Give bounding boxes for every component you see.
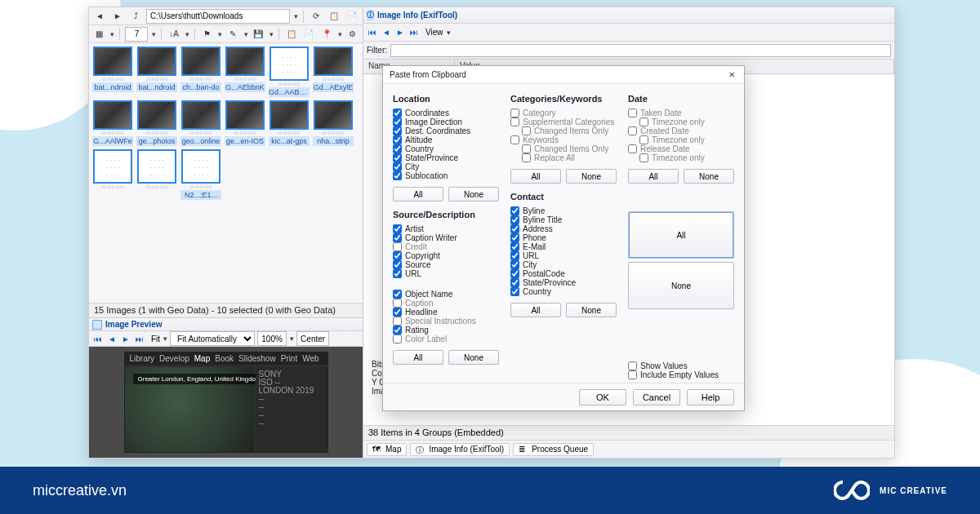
checkbox-rating[interactable]: Rating <box>393 326 499 335</box>
thumbnail[interactable]: - - - -- - - -- - - -☆☆☆☆☆ <box>136 149 177 200</box>
checkbox-input[interactable] <box>393 260 402 269</box>
cat-all-button[interactable]: All <box>510 169 561 184</box>
checkbox-byline[interactable]: Byline <box>510 206 617 215</box>
checkbox-caption-writer[interactable]: Caption Writer <box>393 233 499 242</box>
thumbnail[interactable]: ☆☆☆☆☆ch...ban-do <box>180 47 221 97</box>
checkbox-artist[interactable]: Artist <box>393 224 499 233</box>
checkbox-special-instructions[interactable]: Special Instructions <box>393 317 499 326</box>
view-menu[interactable]: View <box>425 28 443 37</box>
zoom-level[interactable]: 100% <box>257 331 287 346</box>
checkbox-input[interactable] <box>639 117 648 126</box>
path-dropdown-icon[interactable]: ▾ <box>293 12 298 20</box>
checkbox-input[interactable] <box>393 109 402 117</box>
fit-mode-select[interactable]: Fit Automatically <box>170 331 255 346</box>
settings-icon[interactable]: ⚙ <box>345 27 359 42</box>
preview-tab[interactable]: Library <box>130 354 155 363</box>
checkbox-input[interactable] <box>522 153 531 162</box>
checkbox-country[interactable]: Country <box>510 287 617 296</box>
checkbox-input[interactable] <box>639 153 648 162</box>
checkbox-input[interactable] <box>628 109 637 117</box>
checkbox-input[interactable] <box>393 317 402 326</box>
back-icon[interactable]: ◄ <box>92 9 107 24</box>
checkbox-altitude[interactable]: Altitude <box>393 135 499 144</box>
center-button[interactable]: Center <box>296 331 329 346</box>
checkbox-phone[interactable]: Phone <box>510 233 617 242</box>
thumbnail[interactable]: ☆☆☆☆☆G...AEbbnK <box>225 47 265 97</box>
checkbox-input[interactable] <box>510 269 519 278</box>
global-none-button[interactable]: None <box>628 262 734 309</box>
checkbox-coordinates[interactable]: Coordinates <box>393 109 499 117</box>
checkbox-input[interactable] <box>393 162 402 171</box>
checkbox-input[interactable] <box>510 135 519 144</box>
prev-icon[interactable]: ◄ <box>381 27 392 38</box>
last-icon[interactable]: ⏭ <box>134 333 145 344</box>
checkbox-object-name[interactable]: Object Name <box>393 290 499 299</box>
checkbox-category[interactable]: Category <box>510 109 617 117</box>
checkbox-include-empty-values[interactable]: Include Empty Values <box>628 370 734 379</box>
checkbox-input[interactable] <box>510 278 519 287</box>
checkbox-input[interactable] <box>510 206 519 215</box>
checkbox-keywords[interactable]: Keywords <box>510 135 617 144</box>
checkbox-timezone-only[interactable]: Timezone only <box>639 153 734 162</box>
checkbox-input[interactable] <box>510 109 519 117</box>
checkbox-input[interactable] <box>393 224 402 233</box>
checkbox-input[interactable] <box>510 242 519 251</box>
checkbox-credit[interactable]: Credit <box>393 242 499 251</box>
paste2-icon[interactable]: 📄 <box>302 27 316 42</box>
checkbox-input[interactable] <box>393 251 402 260</box>
first-icon[interactable]: ⏮ <box>367 27 378 38</box>
checkbox-show-values[interactable]: Show Values <box>628 361 734 370</box>
checkbox-input[interactable] <box>393 153 402 162</box>
prev-icon[interactable]: ◄ <box>106 333 118 344</box>
thumbnail[interactable]: ☆☆☆☆☆ge...photos <box>136 100 177 146</box>
checkbox-input[interactable] <box>393 171 402 180</box>
pin-icon[interactable]: 📍 <box>319 27 333 42</box>
cancel-button[interactable]: Cancel <box>633 389 680 405</box>
close-icon[interactable]: ✕ <box>726 69 737 81</box>
checkbox-input[interactable] <box>522 126 531 135</box>
path-input[interactable] <box>146 9 290 24</box>
bottom-tab-queue[interactable]: ≣Process Queue <box>513 443 594 456</box>
checkbox-changed-items-only[interactable]: Changed Items Only <box>522 144 617 153</box>
date-all-button[interactable]: All <box>628 169 679 184</box>
thumbnail[interactable]: ☆☆☆☆☆G...AAlWFe <box>92 100 133 146</box>
preview-tab[interactable]: Print <box>281 354 298 363</box>
preview-tab[interactable]: Map <box>194 354 210 363</box>
checkbox-source[interactable]: Source <box>393 260 499 269</box>
checkbox-input[interactable] <box>628 370 637 379</box>
last-icon[interactable]: ⏭ <box>408 27 420 38</box>
checkbox-input[interactable] <box>393 233 402 242</box>
checkbox-input[interactable] <box>510 215 519 224</box>
checkbox-input[interactable] <box>510 233 519 242</box>
next-icon[interactable]: ► <box>394 27 406 38</box>
checkbox-input[interactable] <box>510 251 519 260</box>
checkbox-sublocation[interactable]: Sublocation <box>393 171 499 180</box>
checkbox-postalcode[interactable]: PostalCode <box>510 269 617 278</box>
checkbox-taken-date[interactable]: Taken Date <box>628 109 734 117</box>
checkbox-country[interactable]: Country <box>393 144 499 153</box>
checkbox-image-direction[interactable]: Image Direction <box>393 117 499 126</box>
next-icon[interactable]: ► <box>120 333 131 344</box>
preview-tab[interactable]: Develop <box>159 354 189 363</box>
thumbnail[interactable]: ☆☆☆☆☆ge...en-IOS <box>225 100 265 146</box>
global-all-button[interactable]: All <box>628 211 734 259</box>
checkbox-supplemental-categories[interactable]: Supplemental Categories <box>510 117 617 126</box>
thumbnail[interactable]: ☆☆☆☆☆bat...ndroid <box>136 47 177 97</box>
checkbox-input[interactable] <box>510 287 519 296</box>
checkbox-city[interactable]: City <box>510 260 617 269</box>
checkbox-input[interactable] <box>510 117 519 126</box>
checkbox-address[interactable]: Address <box>510 224 617 233</box>
bottom-tab-info[interactable]: ⓘImage Info (ExifTool) <box>410 443 510 456</box>
checkbox-city[interactable]: City <box>393 162 499 171</box>
checkbox-input[interactable] <box>393 308 402 317</box>
checkbox-url[interactable]: URL <box>510 251 617 260</box>
save-icon[interactable]: 💾 <box>252 27 265 42</box>
group-icon[interactable]: ⚑ <box>200 27 214 42</box>
checkbox-state-province[interactable]: State/Province <box>510 278 617 287</box>
preview-tab[interactable]: Slideshow <box>238 354 276 363</box>
thumbnail[interactable]: ☆☆☆☆☆bat...ndroid <box>92 47 133 97</box>
checkbox-input[interactable] <box>628 126 637 135</box>
checkbox-input[interactable] <box>510 224 519 233</box>
forward-icon[interactable]: ► <box>110 9 125 24</box>
checkbox-release-date[interactable]: Release Date <box>628 144 734 153</box>
